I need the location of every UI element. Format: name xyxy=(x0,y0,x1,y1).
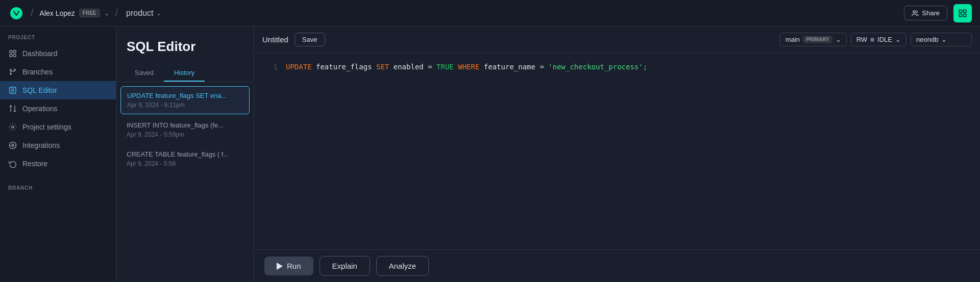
kw-set: SET xyxy=(376,63,389,71)
user-section: Alex Lopez FREE ⌄ xyxy=(40,9,109,17)
db-chevron-icon: ⌄ xyxy=(941,36,947,43)
editor-bottom: Run Explain Analyze xyxy=(254,249,980,282)
code-line-1: 1 UPDATE feature_flags SET enabled = TRU… xyxy=(254,61,980,73)
editor-title: Untitled xyxy=(262,35,288,44)
sidebar-item-project-settings[interactable]: Project settings xyxy=(0,118,116,136)
db-selector[interactable]: neondb ⌄ xyxy=(911,33,972,46)
svg-point-14 xyxy=(12,144,14,146)
user-badge: FREE xyxy=(79,9,100,17)
tab-saved[interactable]: Saved xyxy=(125,65,164,82)
user-name: Alex Lopez xyxy=(40,9,75,17)
sidebar-dashboard-label: Dashboard xyxy=(22,49,58,58)
topbar: / Alex Lopez FREE ⌄ / product ⌄ Share xyxy=(0,0,980,27)
sidebar: PROJECT Dashboard B xyxy=(0,27,116,282)
sidebar-branches-label: Branches xyxy=(22,68,53,76)
code-editor[interactable]: 1 UPDATE feature_flags SET enabled = TRU… xyxy=(254,53,980,249)
svg-rect-4 xyxy=(964,14,966,16)
idle-label: IDLE xyxy=(877,36,892,43)
analyze-button[interactable]: Analyze xyxy=(376,256,429,276)
tab-bar: Saved History xyxy=(116,65,254,82)
user-chevron-icon[interactable]: ⌄ xyxy=(104,10,109,17)
history-item-3[interactable]: CREATE TABLE feature_flags ( f... Apr 9,… xyxy=(120,145,250,172)
project-section-label: PROJECT xyxy=(0,35,116,44)
settings-icon xyxy=(8,122,17,132)
explain-button[interactable]: Explain xyxy=(320,256,370,276)
branch-chevron-icon: ⌄ xyxy=(836,36,841,43)
branches-icon xyxy=(8,67,17,76)
history-date-1: Apr 9, 2024 - 6:11pm xyxy=(127,101,243,109)
history-panel: SQL Editor Saved History UPDATE feature_… xyxy=(116,27,254,282)
svg-rect-6 xyxy=(13,50,16,53)
branch-name: main xyxy=(786,36,800,43)
dashboard-icon xyxy=(8,49,17,58)
rw-label: RW xyxy=(856,36,867,43)
code-true: TRUE xyxy=(436,63,454,71)
history-item-1[interactable]: UPDATE feature_flags SET ena... Apr 9, 2… xyxy=(120,86,250,114)
svg-point-13 xyxy=(12,126,14,128)
sidebar-project-settings-label: Project settings xyxy=(22,123,71,131)
tab-history[interactable]: History xyxy=(164,65,205,82)
rw-chevron-icon: ⌄ xyxy=(895,36,901,43)
sidebar-operations-label: Operations xyxy=(22,105,57,113)
svg-point-0 xyxy=(913,10,916,13)
svg-rect-2 xyxy=(964,10,966,12)
topbar-divider: / xyxy=(31,7,34,19)
code-table: feature_flags xyxy=(316,63,372,71)
sidebar-item-dashboard[interactable]: Dashboard xyxy=(0,44,116,63)
topbar-divider2: / xyxy=(115,7,118,19)
svg-point-9 xyxy=(10,69,12,71)
sidebar-sql-editor-label: SQL Editor xyxy=(22,86,57,94)
svg-rect-5 xyxy=(10,50,12,53)
panel-title: SQL Editor xyxy=(116,27,254,65)
kw-update: UPDATE xyxy=(286,63,312,71)
line-number-1: 1 xyxy=(262,61,278,73)
branch-selector[interactable]: main PRIMARY ⌄ xyxy=(780,33,847,46)
svg-rect-7 xyxy=(10,54,12,57)
share-button[interactable]: Share xyxy=(904,6,947,20)
editor-area: Untitled Save main PRIMARY ⌄ RW IDLE ⌄ n… xyxy=(254,27,980,282)
project-name: product xyxy=(126,9,153,18)
code-content-1: UPDATE feature_flags SET enabled = TRUE … xyxy=(286,61,972,73)
code-col1: enabled xyxy=(394,63,424,71)
svg-rect-8 xyxy=(13,54,16,57)
restore-icon xyxy=(8,159,17,168)
code-space7: = xyxy=(540,63,548,71)
sidebar-item-sql-editor[interactable]: SQL Editor xyxy=(0,81,116,99)
code-space4: = xyxy=(428,63,436,71)
main-layout: PROJECT Dashboard B xyxy=(0,27,980,282)
sidebar-item-branches[interactable]: Branches xyxy=(0,63,116,81)
code-col2: feature_name xyxy=(484,63,535,71)
svg-rect-1 xyxy=(959,10,962,12)
idle-dot-icon xyxy=(870,38,874,42)
project-selector[interactable]: product ⌄ xyxy=(126,9,161,18)
history-query-1: UPDATE feature_flags SET ena... xyxy=(127,92,243,99)
svg-rect-3 xyxy=(959,14,962,16)
sidebar-restore-label: Restore xyxy=(22,160,47,168)
project-chevron-icon[interactable]: ⌄ xyxy=(156,10,161,17)
share-label: Share xyxy=(922,9,940,17)
history-date-3: Apr 9, 2024 - 5:58 xyxy=(127,160,243,167)
play-icon xyxy=(277,263,283,270)
save-button[interactable]: Save xyxy=(295,33,325,46)
history-query-2: INSERT INTO feature_flags (fe... xyxy=(127,121,243,129)
sidebar-item-integrations[interactable]: Integrations xyxy=(0,136,116,155)
sidebar-item-restore[interactable]: Restore xyxy=(0,155,116,173)
run-button[interactable]: Run xyxy=(264,257,313,275)
sidebar-integrations-label: Integrations xyxy=(22,141,60,149)
integrations-icon xyxy=(8,141,17,150)
app-logo xyxy=(8,5,24,21)
rw-selector[interactable]: RW IDLE ⌄ xyxy=(851,33,906,46)
history-list: UPDATE feature_flags SET ena... Apr 9, 2… xyxy=(116,82,254,282)
editor-toolbar: Untitled Save main PRIMARY ⌄ RW IDLE ⌄ n… xyxy=(254,27,980,53)
history-item-2[interactable]: INSERT INTO feature_flags (fe... Apr 9, … xyxy=(120,116,250,143)
app-switcher-icon[interactable] xyxy=(953,4,972,22)
run-label: Run xyxy=(287,262,301,270)
topbar-right: Share xyxy=(904,4,972,22)
sql-editor-icon xyxy=(8,86,17,95)
history-date-2: Apr 9, 2024 - 5:59pm xyxy=(127,131,243,138)
primary-badge: PRIMARY xyxy=(803,36,832,43)
sidebar-item-operations[interactable]: Operations xyxy=(0,99,116,118)
history-query-3: CREATE TABLE feature_flags ( f... xyxy=(127,150,243,158)
code-string: 'new_checkout_process'; xyxy=(548,63,647,71)
svg-point-10 xyxy=(10,73,12,75)
